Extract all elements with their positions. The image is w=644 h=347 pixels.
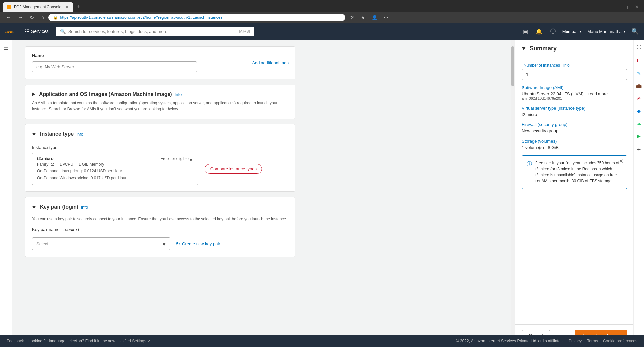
keypair-section-title: Key pair (login) (40, 204, 78, 210)
ami-section-title: Application and OS Images (Amazon Machin… (39, 91, 172, 97)
create-keypair-label[interactable]: Create new key pair (182, 241, 220, 246)
close-window-button[interactable]: ✕ (632, 4, 641, 10)
tab-close-button[interactable]: ✕ (64, 4, 69, 10)
paint-side-icon[interactable]: ✎ (636, 69, 642, 77)
bottom-bar: Feedback Looking for language selection?… (0, 335, 644, 347)
ami-id: ami-062df10d14676e201 (522, 96, 627, 100)
unified-settings-link[interactable]: Unified Settings (119, 339, 146, 343)
virtual-server-value: t2.micro (522, 112, 627, 117)
summary-collapse-icon (522, 47, 526, 50)
info-side-icon[interactable]: ⓘ (635, 43, 643, 52)
free-tier-close-button[interactable]: ✕ (619, 158, 623, 164)
terms-link[interactable]: Terms (587, 339, 598, 343)
services-button[interactable]: ☷ Services (21, 26, 52, 37)
keypair-select[interactable]: Select ▼ (32, 237, 170, 250)
info-circle-icon: ⓘ (527, 161, 532, 184)
refresh-button[interactable]: ↻ (28, 14, 36, 21)
summary-title: Summary (530, 45, 557, 52)
virtual-server-label: Virtual server type (instance type) (522, 106, 627, 111)
tag-side-icon[interactable]: 🏷 (635, 56, 643, 65)
maximize-button[interactable]: ◻ (622, 4, 631, 10)
briefcase-side-icon[interactable]: 💼 (635, 82, 643, 90)
instance-info-link[interactable]: Info (76, 132, 83, 137)
cloudshell-button[interactable]: ▣ (522, 27, 529, 36)
storage-field: Storage (volumes) 1 volume(s) - 8 GiB (522, 139, 627, 150)
url-bar[interactable]: 🔒 https://ap-south-1.console.aws.amazon.… (48, 14, 345, 21)
notifications-button[interactable]: 🔔 (535, 27, 544, 36)
aws-navbar: aws ☷ Services 🔍 [Alt+S] ▣ 🔔 ⓘ Mumbai ▼ … (0, 23, 644, 40)
new-tab-button[interactable]: + (75, 2, 83, 12)
support-button[interactable]: ⓘ (549, 27, 557, 36)
browser-side-icon[interactable]: ☀ (635, 94, 642, 102)
aws-search-input[interactable] (68, 29, 236, 34)
summary-header: Summary (515, 40, 633, 57)
region-selector[interactable]: Mumbai ▼ (562, 29, 582, 34)
virtual-server-field: Virtual server type (instance type) t2.m… (522, 106, 627, 117)
expand-instance-icon (32, 133, 36, 136)
ami-section: Application and OS Images (Amazon Machin… (25, 85, 295, 119)
compare-instance-types-link[interactable]: Compare instance types (205, 164, 262, 174)
aws-logo: aws (5, 27, 17, 35)
instance-linux-pricing: On-Demand Linux pricing: 0.0124 USD per … (37, 168, 189, 174)
feedback-link[interactable]: Feedback (7, 339, 24, 343)
menu-button[interactable]: ⋯ (382, 14, 390, 21)
azure-side-icon[interactable]: ◆ (636, 107, 642, 115)
storage-value: 1 volume(s) - 8 GiB (522, 145, 627, 150)
instance-family: Family: t2 (37, 162, 54, 167)
side-icons-panel: ⓘ 🏷 ✎ 💼 ☀ ◆ ☁ ▶ + ⚙ (633, 40, 644, 347)
refresh-icon: ↻ (176, 241, 180, 247)
minimize-button[interactable]: − (612, 4, 620, 10)
form-panel: Name Add additional tags Application and… (12, 40, 511, 347)
copyright-text: © 2022, Amazon Internet Services Private… (456, 339, 564, 343)
collapse-ami-icon (32, 92, 35, 96)
extensions-button[interactable]: ⚒ (348, 14, 356, 21)
bottom-left: Feedback Looking for language selection?… (7, 339, 150, 343)
instance-section-title: Instance type (40, 131, 74, 137)
software-image-field: Software Image (AMI) Ubuntu Server 22.04… (522, 85, 627, 100)
search-shortcut: [Alt+S] (239, 29, 250, 33)
cookie-prefs-link[interactable]: Cookie preferences (603, 339, 637, 343)
ami-info-link[interactable]: Info (175, 92, 182, 97)
browser-tab[interactable]: EC2 Management Console ✕ (3, 2, 73, 12)
firewall-value: New security group (522, 128, 627, 133)
num-instances-info-link[interactable]: Info (563, 63, 570, 68)
privacy-link[interactable]: Privacy (569, 339, 582, 343)
aws-search-bar[interactable]: 🔍 [Alt+S] (56, 27, 254, 36)
profile-button[interactable]: 👤 (370, 14, 379, 21)
summary-body: Number of instances Info Software Image … (515, 57, 633, 324)
keypair-description: You can use a key pair to securely conne… (32, 216, 289, 222)
keypair-info-link[interactable]: Info (81, 205, 88, 210)
region-label: Mumbai (562, 29, 577, 34)
cloud-side-icon[interactable]: ☁ (635, 120, 643, 127)
url-text: https://ap-south-1.console.aws.amazon.co… (60, 15, 224, 20)
keypair-label: Key pair name - required (32, 227, 79, 232)
free-tier-text: Free tier: In your first year includes 7… (535, 160, 622, 184)
instance-memory: 1 GiB Memory (79, 162, 104, 167)
instance-type-label: Instance type (32, 145, 289, 150)
svg-text:aws: aws (5, 29, 14, 34)
instance-vcpu: 1 vCPU (60, 162, 73, 167)
expand-keypair-icon (32, 206, 36, 209)
instance-name: t2.micro (37, 156, 54, 161)
main-scrollbar[interactable] (511, 40, 515, 347)
global-search-icon[interactable]: 🔍 (631, 28, 639, 35)
summary-panel: Summary Number of instances Info Softwar… (515, 40, 633, 347)
firewall-label: Firewall (security group) (522, 122, 627, 127)
user-menu[interactable]: Manu Manjunatha ▼ (587, 29, 626, 34)
name-input[interactable] (32, 61, 197, 72)
tab-favicon (7, 5, 11, 9)
bookmark-button[interactable]: ★ (359, 14, 367, 21)
dropdown-arrow-icon: ▼ (189, 157, 193, 163)
back-button[interactable]: ← (4, 14, 13, 21)
create-keypair-link[interactable]: ↻ Create new key pair (176, 241, 220, 247)
hamburger-icon[interactable]: ☰ (2, 45, 10, 54)
home-button[interactable]: ⌂ (39, 14, 46, 21)
num-instances-input[interactable] (522, 69, 627, 80)
instance-type-section: Instance type Info Instance type t2.micr… (25, 124, 295, 192)
add-tags-link[interactable]: Add additional tags (252, 60, 289, 65)
read-more-link[interactable]: read more (588, 91, 608, 96)
add-side-icon[interactable]: + (636, 145, 642, 155)
forward-button[interactable]: → (16, 14, 25, 21)
music-side-icon[interactable]: ▶ (636, 132, 642, 140)
instance-type-dropdown[interactable]: t2.micro Free tier eligible Family: t2 1… (32, 153, 198, 185)
